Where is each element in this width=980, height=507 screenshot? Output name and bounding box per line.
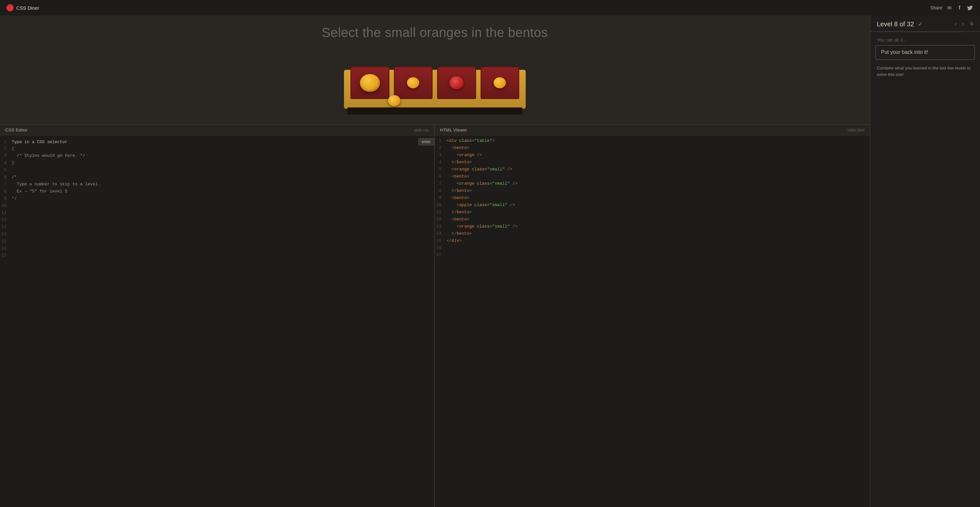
css-line-1: 1 enter	[0, 138, 434, 146]
floating-orange	[388, 95, 401, 106]
html-line-17: 17	[435, 252, 870, 259]
bento-3	[437, 67, 476, 99]
css-pane-header: CSS Editor style.css	[0, 125, 434, 136]
html-line-4: 4 </bento>	[435, 159, 870, 166]
css-line-9: 9 */	[0, 196, 434, 203]
hint-box: Put your back into it!	[875, 45, 975, 60]
orange-small-bento2	[407, 77, 419, 88]
css-line-3: 3 /* Styles would go here. */	[0, 153, 434, 160]
level-nav: ‹ › ≡	[953, 21, 974, 27]
css-line-15: 15	[0, 239, 434, 246]
css-line-2: 2 {	[0, 146, 434, 153]
level-title: Select the small oranges in the bentos	[321, 26, 548, 40]
css-line-13: 13	[0, 224, 434, 231]
share-area: Share ✉ f	[930, 4, 974, 11]
css-line-7: 7 Type a number to skip to a level.	[0, 182, 434, 188]
tray-shadow	[347, 107, 522, 115]
level-header: Level 8 of 32 ✓ ‹ › ≡	[870, 16, 980, 32]
editor-area: CSS Editor style.css 1 enter 2 {	[0, 124, 870, 507]
apple-red	[449, 76, 464, 89]
orange-small-floating	[388, 95, 401, 106]
hint-description: Combine what you learned in the last few…	[870, 60, 980, 83]
html-viewer-pane: HTML Viewer table.html 1 <div class="tab…	[435, 125, 870, 507]
css-line-8: 8 Ex → "5" for level 5	[0, 188, 434, 196]
level-indicator: Level 8 of 32 ✓	[877, 20, 923, 28]
game-area: Select the small oranges in the bentos	[0, 16, 870, 124]
twitter-share-icon[interactable]	[966, 4, 974, 11]
html-line-12: 12 <bento>	[435, 217, 870, 224]
line-num-1: 1	[0, 140, 12, 144]
bento-2	[394, 67, 433, 99]
bentos-row	[350, 62, 519, 99]
center-content: Select the small oranges in the bentos	[0, 16, 870, 507]
app-logo: CSS Diner	[6, 4, 39, 11]
css-editor-pane: CSS Editor style.css 1 enter 2 {	[0, 125, 435, 507]
html-pane-header: HTML Viewer table.html	[435, 125, 870, 136]
email-share-icon[interactable]: ✉	[946, 4, 953, 11]
html-line-2: 2 <bento>	[435, 145, 870, 152]
css-line-10: 10	[0, 203, 434, 210]
enter-button[interactable]: enter	[418, 138, 434, 145]
bento-1	[350, 67, 390, 99]
css-line-6: 6 /*	[0, 174, 434, 182]
share-label: Share	[930, 5, 942, 10]
orange-large	[360, 74, 380, 92]
html-line-1: 1 <div class="table">	[435, 138, 870, 145]
css-line-4: 4 }	[0, 160, 434, 167]
css-selector-input[interactable]	[12, 140, 418, 144]
css-line-16: 16	[0, 246, 434, 253]
facebook-share-icon[interactable]: f	[956, 4, 963, 11]
html-line-15: 15 </div>	[435, 238, 870, 245]
menu-button[interactable]: ≡	[970, 21, 974, 27]
html-line-8: 8 </bento>	[435, 188, 870, 195]
html-filename: table.html	[848, 128, 864, 132]
css-filename: style.css	[414, 128, 429, 132]
css-editor-title: CSS Editor	[5, 128, 28, 132]
level-text: Level 8 of 32	[877, 21, 914, 27]
tray	[344, 64, 526, 115]
hint-prompt: You can do it...	[870, 32, 980, 45]
html-line-16: 16	[435, 245, 870, 252]
css-line-14: 14	[0, 231, 434, 239]
css-line-11: 11	[0, 210, 434, 217]
css-line-12: 12	[0, 217, 434, 224]
css-code-area[interactable]: 1 enter 2 { 3 /* Styles would go here. *…	[0, 136, 434, 507]
tray-body	[344, 70, 526, 109]
prev-level-button[interactable]: ‹	[953, 21, 959, 27]
bento-scene	[341, 49, 529, 115]
orange-small-bento4	[493, 77, 506, 88]
hint-text: Put your back into it!	[881, 49, 928, 55]
html-line-6: 6 <bento>	[435, 174, 870, 181]
css-line-17: 17	[0, 253, 434, 260]
top-nav: CSS Diner Share ✉ f	[0, 0, 980, 16]
html-viewer-title: HTML Viewer	[440, 128, 467, 132]
html-line-7: 7 <orange class="small" />	[435, 181, 870, 188]
css-line-5: 5	[0, 167, 434, 174]
right-sidebar: Level 8 of 32 ✓ ‹ › ≡ You can do it... P…	[870, 16, 980, 507]
next-level-button[interactable]: ›	[960, 21, 966, 27]
bento-4	[480, 67, 520, 99]
html-line-14: 14 </bento>	[435, 231, 870, 238]
html-line-3: 3 <orange />	[435, 152, 870, 159]
html-line-11: 11 </bento>	[435, 209, 870, 217]
app-name: CSS Diner	[16, 5, 39, 11]
html-line-9: 9 <bento>	[435, 195, 870, 202]
main-layout: Select the small oranges in the bentos	[0, 16, 980, 507]
level-check-icon: ✓	[918, 21, 923, 27]
html-line-5: 5 <orange class="small" />	[435, 166, 870, 174]
html-code-area: 1 <div class="table"> 2 <bento> 3 <orang…	[435, 136, 870, 507]
logo-circle-icon	[6, 4, 14, 11]
html-line-10: 10 <apple class="small" />	[435, 202, 870, 209]
html-line-13: 13 <orange class="small" />	[435, 224, 870, 231]
